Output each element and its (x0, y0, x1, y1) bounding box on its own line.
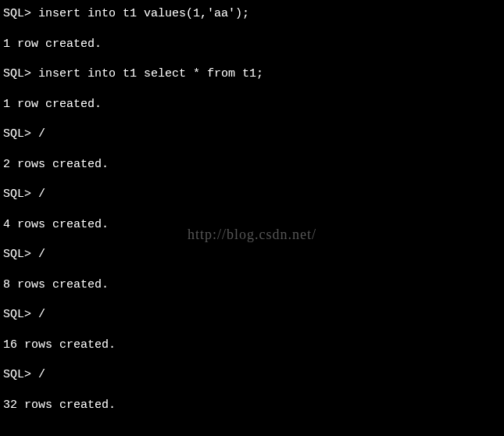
terminal-command-line: SQL> / (3, 307, 504, 323)
terminal-output-line: 32 rows created. (3, 398, 504, 413)
sql-prompt: SQL> (3, 248, 31, 261)
terminal-command-line: SQL> / (3, 187, 504, 202)
terminal-command-line: SQL> / (3, 367, 504, 383)
sql-prompt: SQL> (3, 127, 31, 141)
sql-prompt: SQL> (3, 308, 31, 321)
terminal-output-line: 16 rows created. (3, 338, 504, 353)
terminal-blank-line (3, 383, 504, 398)
sql-command-text: / (31, 308, 45, 321)
sql-prompt: SQL> (3, 368, 31, 381)
sql-command-text: / (31, 188, 45, 201)
terminal-blank-line (3, 52, 504, 66)
terminal-command-line: SQL> insert into t1 values(1,'aa'); (3, 6, 504, 22)
sql-command-text: / (31, 127, 45, 141)
terminal-command-line: SQL> insert into t1 select * from t1; (3, 66, 504, 82)
sql-command-text: insert into t1 values(1,'aa'); (31, 7, 249, 20)
terminal-blank-line (3, 22, 504, 37)
sql-command-text: / (31, 368, 45, 381)
sql-prompt: SQL> (3, 188, 31, 201)
terminal-output-line: 2 rows created. (3, 157, 504, 173)
terminal-output-line: 4 rows created. (3, 217, 504, 233)
terminal-blank-line (3, 202, 504, 217)
terminal-blank-line (3, 263, 504, 277)
sql-command-text: insert into t1 select * from t1; (31, 67, 263, 80)
terminal-blank-line (3, 352, 504, 367)
terminal-blank-line (3, 112, 504, 127)
terminal-output-line: 1 row created. (3, 97, 504, 113)
terminal-blank-line (3, 232, 504, 247)
terminal-output-line: 1 row created. (3, 37, 504, 52)
terminal-command-line: SQL> / (3, 127, 504, 142)
terminal-blank-line (3, 142, 504, 157)
sql-prompt: SQL> (3, 7, 31, 20)
terminal-output[interactable]: SQL> insert into t1 values(1,'aa');1 row… (3, 6, 504, 413)
terminal-blank-line (3, 323, 504, 338)
terminal-command-line: SQL> / (3, 247, 504, 263)
terminal-output-line: 8 rows created. (3, 277, 504, 293)
sql-command-text: / (31, 248, 45, 261)
terminal-blank-line (3, 172, 504, 187)
terminal-blank-line (3, 292, 504, 307)
terminal-blank-line (3, 82, 504, 97)
sql-prompt: SQL> (3, 67, 31, 80)
